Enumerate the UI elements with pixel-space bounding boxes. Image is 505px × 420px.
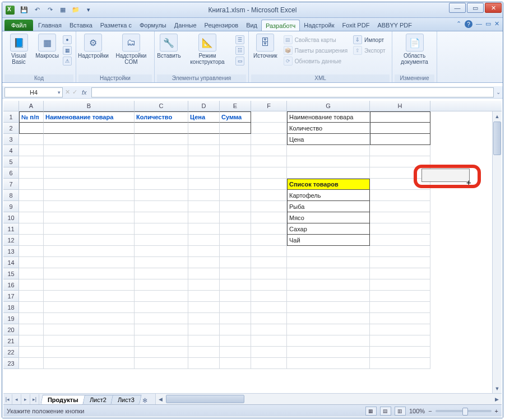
cell[interactable] [251, 358, 287, 369]
cell[interactable] [19, 179, 44, 190]
close-button[interactable]: ✕ [485, 3, 502, 13]
cell[interactable] [370, 279, 430, 291]
row-header[interactable]: 2 [3, 123, 19, 134]
tab-formulas[interactable]: Формулы [136, 20, 170, 31]
row-header[interactable]: 18 [3, 302, 19, 313]
cell[interactable] [370, 190, 430, 201]
cell[interactable] [287, 324, 370, 335]
cell[interactable] [370, 257, 430, 268]
xml-export-button[interactable]: ⇧Экспорт [351, 45, 387, 55]
cell[interactable] [251, 201, 287, 212]
cell[interactable] [135, 145, 188, 156]
cell[interactable] [19, 223, 44, 235]
cell[interactable] [220, 246, 251, 257]
cell[interactable] [44, 313, 135, 324]
cell[interactable] [135, 212, 188, 223]
cell[interactable] [220, 167, 251, 179]
cell[interactable]: Количество [135, 111, 188, 123]
cell[interactable] [220, 324, 251, 335]
cell[interactable]: Количество [287, 123, 370, 134]
cell[interactable] [287, 358, 370, 369]
cell[interactable] [19, 190, 44, 201]
row-header[interactable]: 9 [3, 201, 19, 212]
sheet-tab-products[interactable]: Продукты [40, 395, 85, 404]
cell[interactable] [44, 246, 135, 257]
cell[interactable] [44, 302, 135, 313]
worksheet-grid[interactable]: A B C D E F G H 1№ п/пНаименование товар… [3, 101, 502, 393]
zoom-in-button[interactable]: + [495, 408, 498, 414]
select-all-corner[interactable] [3, 101, 19, 111]
row-header[interactable]: 17 [3, 291, 19, 302]
cell[interactable] [220, 201, 251, 212]
cell[interactable] [135, 167, 188, 179]
row-header[interactable]: 12 [3, 235, 19, 246]
cell[interactable] [188, 313, 220, 324]
help-icon[interactable]: ? [465, 20, 472, 28]
record-macro-button[interactable]: ● [61, 35, 73, 45]
macros-button[interactable]: ▦ Макросы [35, 32, 59, 60]
row-header[interactable]: 4 [3, 145, 19, 156]
cell[interactable] [188, 167, 220, 179]
sheet-tab-3[interactable]: Лист3 [110, 395, 142, 404]
cell[interactable] [220, 268, 251, 279]
cell[interactable] [188, 257, 220, 268]
cell[interactable] [19, 358, 44, 369]
vscroll-thumb[interactable] [493, 122, 501, 155]
scroll-left-arrow-icon[interactable]: ◀ [156, 394, 165, 404]
cell[interactable] [287, 145, 370, 156]
cell[interactable] [251, 291, 287, 302]
cell[interactable] [251, 257, 287, 268]
cell[interactable] [44, 291, 135, 302]
addins-button[interactable]: ⚙ Надстройки [78, 32, 108, 60]
cell[interactable] [370, 123, 430, 134]
cell[interactable] [188, 179, 220, 190]
cell[interactable] [370, 268, 430, 279]
cell[interactable] [135, 190, 188, 201]
cell[interactable] [135, 291, 188, 302]
cell[interactable]: Сахар [287, 223, 370, 235]
cell[interactable] [44, 223, 135, 235]
sheet-prev-button[interactable]: ◂ [12, 394, 21, 404]
cell[interactable] [19, 123, 44, 134]
cell[interactable] [370, 335, 430, 347]
vertical-scrollbar[interactable]: ▲ ▼ [492, 111, 502, 393]
cell[interactable] [370, 111, 430, 123]
cell[interactable] [19, 324, 44, 335]
insert-control-button[interactable]: 🔧 Вставить [157, 32, 181, 60]
cell[interactable] [251, 313, 287, 324]
formula-input[interactable] [91, 87, 494, 97]
cell[interactable] [135, 358, 188, 369]
colhead-B[interactable]: B [44, 101, 135, 111]
cell[interactable] [370, 134, 430, 145]
cell[interactable] [44, 212, 135, 223]
cell[interactable] [251, 268, 287, 279]
cell[interactable] [135, 123, 188, 134]
cell[interactable] [188, 358, 220, 369]
cell[interactable] [370, 313, 430, 324]
qat-save-button[interactable]: 💾 [18, 4, 30, 16]
cell[interactable] [44, 257, 135, 268]
cell[interactable] [188, 347, 220, 358]
qat-redo-button[interactable]: ↷ [44, 4, 55, 16]
cell[interactable] [19, 291, 44, 302]
cell[interactable] [44, 235, 135, 246]
cell[interactable] [251, 347, 287, 358]
cell[interactable] [370, 324, 430, 335]
cell[interactable] [44, 347, 135, 358]
row-header[interactable]: 5 [3, 156, 19, 167]
cell[interactable] [220, 279, 251, 291]
cell[interactable] [19, 335, 44, 347]
cell[interactable] [370, 156, 430, 167]
cell[interactable] [188, 223, 220, 235]
cell[interactable] [370, 223, 430, 235]
cell[interactable] [251, 179, 287, 190]
colhead-C[interactable]: C [135, 101, 188, 111]
name-box[interactable]: H4 [4, 87, 63, 97]
tab-data[interactable]: Данные [170, 20, 201, 31]
cell[interactable] [251, 111, 287, 123]
cell[interactable] [44, 167, 135, 179]
cell[interactable] [135, 335, 188, 347]
zoom-level[interactable]: 100% [409, 408, 425, 414]
row-header[interactable]: 15 [3, 268, 19, 279]
run-dialog-button[interactable]: ▭ [234, 56, 246, 66]
